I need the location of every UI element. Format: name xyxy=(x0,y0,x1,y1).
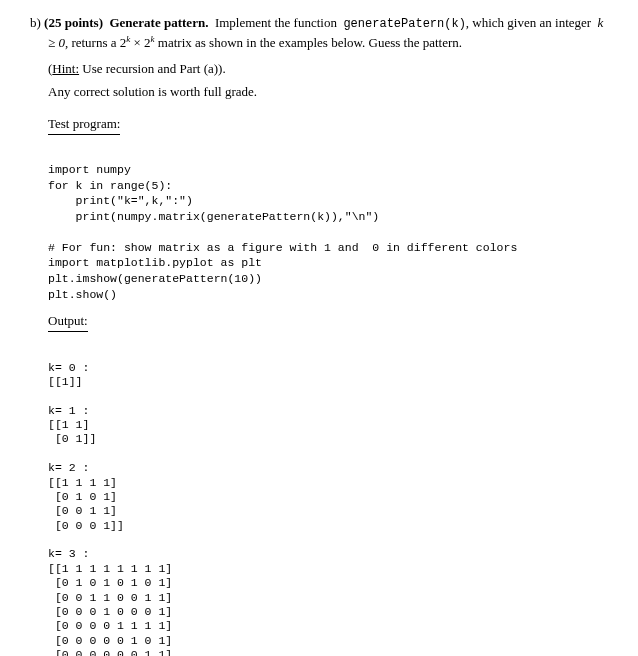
code-line: plt.show() xyxy=(48,288,117,301)
output-line: [0 0 0 1]] xyxy=(48,519,124,532)
output-line: [[1 1 1 1 1 1 1 1] xyxy=(48,562,172,575)
output-line: k= 1 : xyxy=(48,404,89,417)
code-block: import numpy for k in range(5): print("k… xyxy=(48,147,608,302)
instruction-mid: , which given an integer xyxy=(466,15,591,30)
output-block: k= 0 : [[1]] k= 1 : [[1 1] [0 1]] k= 2 :… xyxy=(48,346,608,656)
output-line: [0 0 0 1 0 0 0 1] xyxy=(48,605,172,618)
code-line: # For fun: show matrix as a figure with … xyxy=(48,241,517,254)
instruction-prefix: Implement the function xyxy=(215,15,337,30)
hint-line: (Hint: Use recursion and Part (a)). xyxy=(48,60,608,78)
output-line: [0 0 1 1 0 0 1 1] xyxy=(48,591,172,604)
hint-word: Hint: xyxy=(52,61,79,76)
output-heading: Output: xyxy=(48,312,88,332)
times: × 2 xyxy=(130,35,150,50)
output-line: k= 0 : xyxy=(48,361,89,374)
output-line: k= 2 : xyxy=(48,461,89,474)
instruction-suffix: , returns a 2 xyxy=(65,35,126,50)
output-line: [0 0 0 0 0 1 0 1] xyxy=(48,634,172,647)
output-line: [0 0 0 0 1 1 1 1] xyxy=(48,619,172,632)
output-line: [0 0 0 0 0 0 1 1] xyxy=(48,648,172,656)
output-line: [[1]] xyxy=(48,375,83,388)
output-line: [0 1 0 1 0 1 0 1] xyxy=(48,576,172,589)
part-label: b) xyxy=(30,15,41,30)
points-label: (25 points) xyxy=(44,15,103,30)
code-line: for k in range(5): xyxy=(48,179,172,192)
function-name: generatePatern(k) xyxy=(343,17,465,31)
code-line: print("k=",k,":") xyxy=(48,194,193,207)
output-line: [0 1 0 1] xyxy=(48,490,117,503)
code-line: plt.imshow(generatePattern(10)) xyxy=(48,272,262,285)
code-line: import numpy xyxy=(48,163,131,176)
grade-line: Any correct solution is worth full grade… xyxy=(48,83,608,101)
output-line: [0 0 1 1] xyxy=(48,504,117,517)
code-line: print(numpy.matrix(generatePattern(k)),"… xyxy=(48,210,379,223)
output-line: [[1 1] xyxy=(48,418,89,431)
output-line: [0 1]] xyxy=(48,432,96,445)
hint-text: Use recursion and Part (a)). xyxy=(79,61,226,76)
code-line: import matplotlib.pyplot as plt xyxy=(48,256,262,269)
instruction-end: matrix as shown in the examples below. G… xyxy=(155,35,462,50)
output-line: [[1 1 1 1] xyxy=(48,476,117,489)
problem-intro: b) (25 points) Generate pattern. Impleme… xyxy=(48,14,608,52)
test-program-heading: Test program: xyxy=(48,115,120,135)
problem-title: Generate pattern. xyxy=(109,15,208,30)
output-line: k= 3 : xyxy=(48,547,89,560)
grade-text: Any correct solution is worth full grade… xyxy=(48,84,257,99)
